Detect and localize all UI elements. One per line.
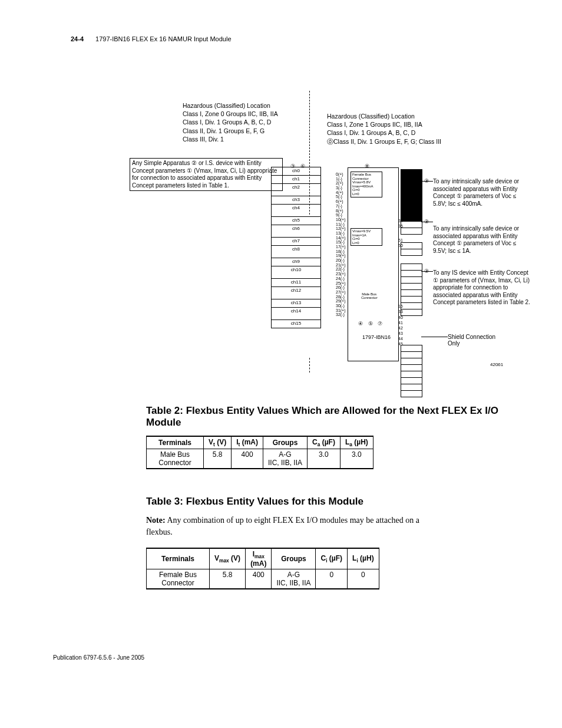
num: 16: [398, 304, 403, 309]
col-header: Imax(mA): [246, 548, 272, 569]
param: Imax=1A: [352, 233, 381, 238]
terminal-label: 6(+): [336, 199, 346, 204]
channel-row: ch2: [271, 183, 321, 196]
cell: 0: [348, 569, 379, 589]
num: 50: [398, 243, 403, 248]
terminal-label: 25(+): [336, 281, 346, 286]
cell: Male Bus Connector: [147, 449, 204, 469]
channel-row: ch12: [271, 286, 321, 299]
terminal-numbers-right: 34 35 51 50 16 33 40 41 42 43 44 45: [398, 218, 403, 347]
text: Class I, Zone 0 Groups IIC, IIB, IIA: [183, 110, 278, 118]
cell: 3.0: [307, 449, 340, 469]
num: 35: [398, 223, 403, 229]
text: ⓪Class II, Div. 1 Groups E, F, G; Class …: [327, 137, 441, 146]
terminal-label: 8(+): [336, 209, 346, 213]
num: 45: [398, 341, 403, 347]
col-header: Li (µH): [348, 548, 379, 569]
terminal-label: 5(-): [336, 195, 346, 199]
terminal-label: 4(+): [336, 190, 346, 195]
cell: 0: [316, 569, 348, 589]
channel-row: ch7: [271, 237, 321, 246]
terminal-label: 10(+): [336, 218, 346, 222]
terminal-label: 12(+): [336, 226, 346, 231]
male-bus-params: Vmax=9.5V Imax=1A Ci=0 Li=0: [351, 228, 382, 246]
publication-footer: Publication 6797-6.5.6 - June 2005: [53, 654, 509, 661]
table-row: Female Bus Connector 5.8 400 A-GIIC, IIB…: [147, 569, 379, 589]
terminal-label: 11(-): [336, 222, 346, 227]
shield-label: Shield Connection Only: [448, 334, 509, 347]
terminal-label: 2(+): [336, 181, 346, 186]
terminal-label: 15(-): [336, 240, 346, 245]
terminal-label: 3(-): [336, 186, 346, 190]
bar: [401, 390, 422, 397]
note-1: To any intrinsically safe device or asso…: [433, 178, 530, 207]
table-3-note: Note: Note: Any combination of up to eig…: [146, 515, 441, 538]
terminal-label: 23(+): [336, 272, 346, 276]
text: Class I, Div. 1 Groups A, B, C, D: [183, 118, 278, 126]
page-number: 24-4: [71, 35, 84, 42]
text: Hazardous (Classified) Location: [327, 112, 441, 120]
num: 43: [398, 331, 403, 336]
terminal-label: 14(+): [336, 236, 346, 241]
cell: A-GIIC, IIB, IIA: [263, 449, 307, 469]
part-number: 1797-IBN16: [362, 334, 391, 340]
num: 41: [398, 320, 403, 325]
terminal-label: 24(-): [336, 276, 346, 281]
param: Vmax=5.8V: [352, 180, 381, 185]
text: Female Bus Connector: [151, 571, 204, 587]
connector-line: [421, 271, 433, 272]
channel-row: ch8: [271, 245, 321, 258]
text: A-G: [287, 571, 300, 579]
terminal-label: 22(-): [336, 267, 346, 272]
note-2: To any intrinsically safe device or asso…: [433, 225, 530, 255]
channel-row: ch11: [271, 278, 321, 287]
table-row: Male Bus Connector 5.8 400 A-GIIC, IIB, …: [147, 449, 373, 469]
terminal-label: 30(-): [336, 304, 346, 308]
col-header: Vmax (V): [210, 548, 246, 569]
channel-row: ch4: [271, 204, 321, 217]
table-2-title: Table 2: Flexbus Entity Values Which are…: [146, 405, 509, 429]
col-header: It (mA): [232, 436, 263, 449]
channel-row: ch5: [271, 216, 321, 225]
channel-row: ch6: [271, 225, 321, 238]
num: 44: [398, 336, 403, 341]
text: A-G: [279, 450, 291, 459]
num: 33: [398, 309, 403, 314]
param: Ci=0: [352, 188, 381, 192]
terminal-label: 18(-): [336, 249, 346, 254]
terminal-label: 9(-): [336, 213, 346, 218]
cell: Female Bus Connector: [147, 569, 210, 589]
label: Female Bus Connector: [352, 173, 381, 180]
channel-row: ch1: [271, 175, 321, 184]
text: IIC, IIB, IIA: [276, 579, 310, 587]
num: 34: [398, 218, 403, 223]
text: Class I, Zone 1 Groups IIC, IIB, IIA: [327, 120, 441, 129]
param: Li=0: [352, 192, 381, 196]
text: Class II, Div. 1 Groups E, F, G: [183, 127, 278, 135]
circled-refs-mid: ④ ⑤ ⑦: [358, 321, 384, 327]
param: Ci=0: [352, 237, 381, 241]
text: Male Bus Connector: [151, 450, 199, 467]
num: 51: [398, 238, 403, 243]
terminal-label: 27(+): [336, 290, 346, 295]
num: 42: [398, 325, 403, 331]
cell: 400: [246, 569, 272, 589]
col-header: Terminals: [147, 548, 210, 569]
text: Class I, Div. 1 Groups A, B, C, D: [327, 129, 441, 137]
table-3: Terminals Vmax (V) Imax(mA) Groups Ci (µ…: [146, 548, 379, 589]
terminal-label: 21(+): [336, 263, 346, 268]
bar: [401, 309, 422, 316]
channel-row: ch14: [271, 307, 321, 320]
connector-line: [421, 337, 448, 337]
terminal-label: 31(+): [336, 308, 346, 313]
page-title: 1797-IBN16 FLEX Ex 16 NAMUR Input Module: [95, 35, 232, 42]
cell: A-GIIC, IIB, IIA: [272, 569, 316, 589]
channel-row: ch10: [271, 266, 321, 279]
text: Class III, Div. 1: [183, 135, 278, 143]
female-bus-params: Female Bus Connector Vmax=5.8V Imax=400m…: [351, 172, 382, 197]
terminal-label: 32(-): [336, 312, 346, 317]
terminal-label: 19(+): [336, 253, 346, 258]
channel-column: ch0 ch1 ch2 ch3 ch4 ch5 ch6 ch7 ch8 ch9 …: [271, 167, 321, 328]
hazardous-location-left: Hazardous (Classified) Location Class I,…: [183, 101, 278, 143]
terminal-bars-right: [401, 170, 422, 397]
